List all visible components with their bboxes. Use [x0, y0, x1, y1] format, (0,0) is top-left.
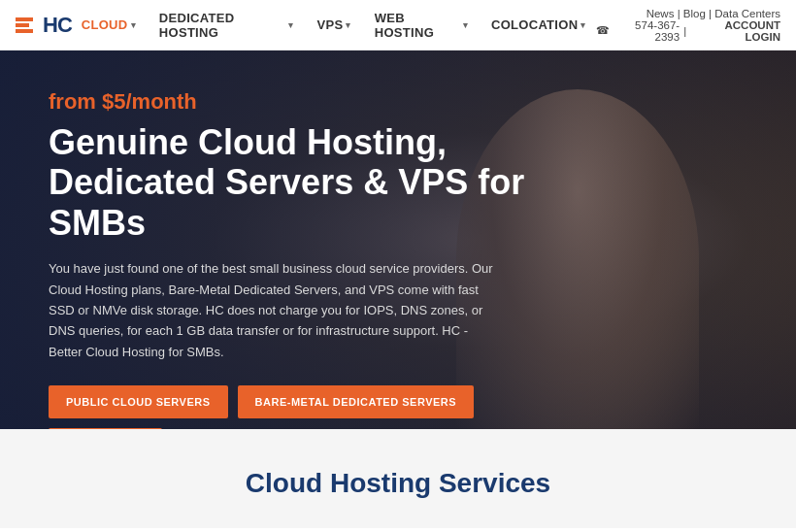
hero-buttons: PUBLIC CLOUD SERVERS BARE-METAL DEDICATE…	[49, 385, 553, 429]
nav-item-dedicated[interactable]: DEDICATED HOSTING ▾	[149, 5, 304, 46]
nav-item-webhosting[interactable]: WEB HOSTING ▾	[365, 5, 478, 46]
phone-row: ☎ 574-367-2393 | ACCOUNT LOGIN	[596, 19, 780, 43]
header: HC CLOUD ▾ DEDICATED HOSTING ▾ VPS ▾ WEB…	[0, 0, 796, 50]
chevron-down-icon: ▾	[346, 20, 350, 30]
blog-link[interactable]: Blog	[683, 8, 706, 19]
nav-label-webhosting: WEB HOSTING	[375, 11, 460, 40]
logo-icon	[16, 17, 33, 33]
nav-item-colocation[interactable]: COLOCATION ▾	[481, 12, 596, 38]
services-title: Cloud Hosting Services	[19, 468, 777, 499]
logo[interactable]: HC	[16, 13, 72, 38]
chevron-down-icon: ▾	[580, 20, 585, 30]
news-link[interactable]: News	[647, 8, 675, 19]
top-right-links: News | Blog | Data Centers ☎ 574-367-239…	[596, 8, 780, 43]
datacenters-link[interactable]: Data Centers	[714, 8, 780, 19]
hero-description: You have just found one of the best smal…	[49, 258, 495, 362]
hero-tagline: from $5/month	[49, 89, 553, 115]
nav-label-vps: VPS	[317, 17, 344, 32]
main-nav: CLOUD ▾ DEDICATED HOSTING ▾ VPS ▾ WEB HO…	[72, 5, 596, 46]
vps-hosting-button[interactable]: VPS HOSTING	[49, 428, 162, 429]
chevron-down-icon: ▾	[288, 20, 293, 30]
tagline-prefix: from	[49, 89, 102, 114]
chevron-down-icon: ▾	[131, 20, 136, 30]
hero-content: from $5/month Genuine Cloud Hosting, Ded…	[49, 89, 553, 429]
top-links-row: News | Blog | Data Centers	[596, 8, 780, 19]
nav-label-colocation: COLOCATION	[491, 17, 578, 32]
account-login-link[interactable]: ACCOUNT LOGIN	[690, 19, 780, 43]
phone-number: 574-367-2393	[614, 19, 680, 43]
hero-title: Genuine Cloud Hosting, Dedicated Servers…	[49, 122, 553, 243]
hero-section: from $5/month Genuine Cloud Hosting, Ded…	[0, 50, 796, 429]
nav-item-vps[interactable]: VPS ▾	[308, 12, 361, 38]
bare-metal-dedicated-button[interactable]: BARE-METAL DEDICATED SERVERS	[238, 385, 475, 418]
nav-label-dedicated: DEDICATED HOSTING	[159, 11, 285, 40]
separator: |	[683, 25, 686, 37]
tagline-price: $5/month	[102, 89, 197, 114]
services-section: Cloud Hosting Services	[0, 429, 796, 528]
public-cloud-servers-button[interactable]: PUBLIC CLOUD SERVERS	[49, 385, 228, 418]
logo-text: HC	[43, 13, 72, 38]
nav-label-cloud: CLOUD	[82, 17, 128, 32]
phone-icon: ☎	[596, 24, 610, 37]
nav-item-cloud[interactable]: CLOUD ▾	[72, 12, 146, 38]
chevron-down-icon: ▾	[463, 20, 468, 30]
